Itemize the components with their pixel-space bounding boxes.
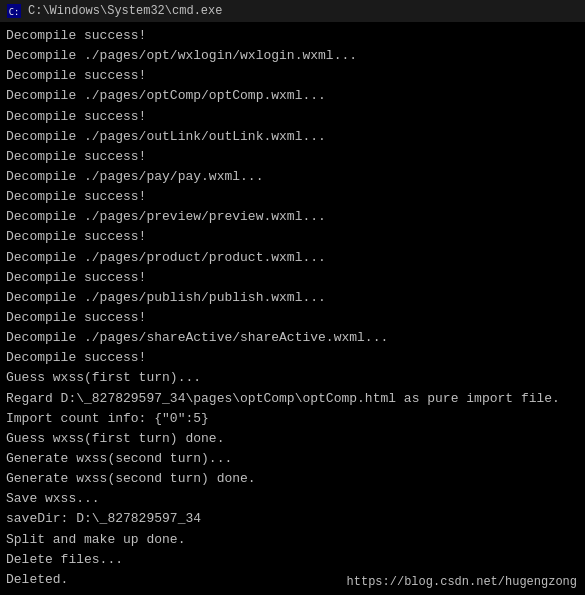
terminal-line: Generate wxss(second turn) done.: [6, 469, 579, 489]
terminal-line: Decompile success!: [6, 227, 579, 247]
terminal-line: Decompile success!: [6, 348, 579, 368]
cmd-icon: C:: [6, 3, 22, 19]
watermark-text: https://blog.csdn.net/hugengzong: [347, 575, 577, 589]
terminal-line: saveDir: D:\_827829597_34: [6, 509, 579, 529]
terminal-line: Decompile ./pages/shareActive/shareActiv…: [6, 328, 579, 348]
terminal-line: Regard D:\_827829597_34\pages\optComp\op…: [6, 389, 579, 409]
cmd-window: C: C:\Windows\System32\cmd.exe Decompile…: [0, 0, 585, 595]
svg-text:C:: C:: [9, 7, 20, 17]
terminal-line: Delete files...: [6, 550, 579, 570]
terminal-line: Decompile ./pages/publish/publish.wxml..…: [6, 288, 579, 308]
terminal-line: Decompile ./pages/optComp/optComp.wxml..…: [6, 86, 579, 106]
terminal-output: Decompile success!Decompile ./pages/opt/…: [6, 26, 579, 595]
terminal-line: Decompile success!: [6, 308, 579, 328]
terminal-line: Guess wxss(first turn) done.: [6, 429, 579, 449]
terminal-line: Decompile success!: [6, 66, 579, 86]
title-bar-text: C:\Windows\System32\cmd.exe: [28, 4, 222, 18]
terminal-line: Decompile ./pages/opt/wxlogin/wxlogin.wx…: [6, 46, 579, 66]
terminal-line: Decompile success!: [6, 268, 579, 288]
terminal-line: Import count info: {"0":5}: [6, 409, 579, 429]
terminal-line: Save wxss...: [6, 489, 579, 509]
terminal-line: [6, 590, 579, 595]
terminal-line: Decompile ./pages/product/product.wxml..…: [6, 248, 579, 268]
terminal-body[interactable]: Decompile success!Decompile ./pages/opt/…: [0, 22, 585, 595]
terminal-line: Decompile success!: [6, 107, 579, 127]
terminal-line: Decompile ./pages/pay/pay.wxml...: [6, 167, 579, 187]
title-bar: C: C:\Windows\System32\cmd.exe: [0, 0, 585, 22]
terminal-line: Generate wxss(second turn)...: [6, 449, 579, 469]
terminal-line: Decompile success!: [6, 147, 579, 167]
terminal-line: Decompile ./pages/preview/preview.wxml..…: [6, 207, 579, 227]
terminal-line: Decompile success!: [6, 26, 579, 46]
terminal-line: Decompile ./pages/outLink/outLink.wxml..…: [6, 127, 579, 147]
terminal-line: Split and make up done.: [6, 530, 579, 550]
terminal-line: Decompile success!: [6, 187, 579, 207]
terminal-line: Guess wxss(first turn)...: [6, 368, 579, 388]
